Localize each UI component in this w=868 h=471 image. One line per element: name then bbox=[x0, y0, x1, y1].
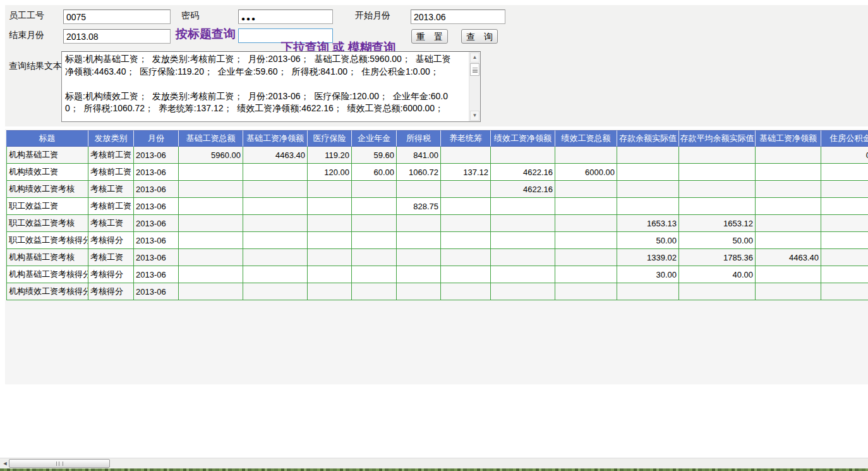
table-cell: 机构基础工资考核得分 bbox=[6, 266, 88, 283]
table-cell: 59.60 bbox=[352, 147, 397, 164]
table-cell bbox=[821, 164, 868, 181]
table-cell: 2013-06 bbox=[134, 181, 179, 198]
column-header[interactable]: 存款平均余额实际值 bbox=[679, 130, 756, 147]
table-cell bbox=[243, 164, 308, 181]
table-row[interactable]: 职工效益工资考核得分考核得分2013-0650.0050.00 bbox=[6, 232, 868, 249]
results-grid-area: 标题发放类别月份基础工资总额基础工资净领额医疗保险企业年金所得税养老统筹绩效工资… bbox=[5, 129, 868, 384]
table-header-row: 标题发放类别月份基础工资总额基础工资净领额医疗保险企业年金所得税养老统筹绩效工资… bbox=[6, 130, 868, 147]
table-cell bbox=[352, 181, 397, 198]
reset-button[interactable]: 重 置 bbox=[411, 29, 448, 44]
table-cell bbox=[617, 283, 679, 300]
table-cell: 4622.16 bbox=[491, 181, 555, 198]
password-input[interactable] bbox=[238, 9, 333, 24]
column-header[interactable]: 所得税 bbox=[397, 130, 441, 147]
table-cell bbox=[555, 249, 617, 266]
table-row[interactable]: 机构基础工资考核考核工资2013-061339.021785.364463.40 bbox=[6, 249, 868, 266]
result-scrollbar-thumb[interactable] bbox=[470, 63, 479, 76]
table-cell bbox=[555, 215, 617, 232]
table-row[interactable]: 机构绩效工资考核考核工资2013-064622.16 bbox=[6, 181, 868, 198]
table-cell bbox=[821, 232, 868, 249]
table-cell bbox=[441, 283, 491, 300]
table-row[interactable]: 机构基础工资考核得分考核得分2013-0630.0040.00 bbox=[6, 266, 868, 283]
table-row[interactable]: 职工效益工资考核考核工资2013-061653.131653.12 bbox=[6, 215, 868, 232]
column-header[interactable]: 医疗保险 bbox=[308, 130, 352, 147]
table-cell bbox=[821, 249, 868, 266]
table-cell bbox=[821, 283, 868, 300]
table-cell: 考核前工资 bbox=[88, 147, 134, 164]
table-cell bbox=[555, 198, 617, 215]
table-cell: 考核工资 bbox=[88, 181, 134, 198]
table-cell bbox=[179, 266, 243, 283]
result-vertical-scrollbar[interactable]: ▲ ▼ bbox=[469, 52, 480, 121]
table-cell bbox=[555, 232, 617, 249]
column-header[interactable]: 基础工资总额 bbox=[179, 130, 243, 147]
table-cell: 考核工资 bbox=[88, 215, 134, 232]
table-cell bbox=[179, 198, 243, 215]
table-cell bbox=[821, 181, 868, 198]
table-cell: 1653.12 bbox=[679, 215, 756, 232]
table-cell: 机构绩效工资考核 bbox=[6, 181, 88, 198]
table-cell: 50.00 bbox=[617, 232, 679, 249]
scroll-down-icon[interactable]: ▼ bbox=[470, 111, 479, 121]
column-header[interactable]: 存款余额实际值 bbox=[617, 130, 679, 147]
column-header[interactable]: 基础工资净领额 bbox=[756, 130, 821, 147]
table-cell bbox=[243, 215, 308, 232]
table-cell bbox=[756, 147, 821, 164]
table-cell bbox=[617, 164, 679, 181]
table-cell bbox=[179, 283, 243, 300]
end-month-input[interactable] bbox=[63, 29, 171, 44]
column-header[interactable]: 住房公积金1 bbox=[821, 130, 868, 147]
table-cell bbox=[179, 215, 243, 232]
table-cell: 137.12 bbox=[441, 164, 491, 181]
employee-id-label: 员工工号 bbox=[9, 10, 44, 21]
table-cell bbox=[491, 283, 555, 300]
table-cell bbox=[821, 266, 868, 283]
table-cell bbox=[756, 181, 821, 198]
table-cell: 2013-06 bbox=[134, 283, 179, 300]
table-cell bbox=[617, 181, 679, 198]
table-cell bbox=[491, 249, 555, 266]
scrollbar-grip-icon bbox=[473, 68, 478, 69]
query-button[interactable]: 查 询 bbox=[461, 29, 498, 44]
table-row[interactable]: 机构绩效工资考核前工资2013-06120.0060.001060.72137.… bbox=[6, 164, 868, 181]
column-header[interactable]: 基础工资净领额 bbox=[243, 130, 308, 147]
scroll-up-icon[interactable]: ▲ bbox=[470, 52, 479, 63]
table-cell bbox=[679, 164, 756, 181]
column-header[interactable]: 标题 bbox=[6, 130, 88, 147]
employee-id-input[interactable] bbox=[63, 9, 171, 24]
horizontal-scrollbar[interactable]: ◄ bbox=[0, 458, 868, 468]
result-textbox[interactable]: 标题:机构基础工资； 发放类别:考核前工资； 月份:2013-06； 基础工资总… bbox=[61, 51, 481, 122]
column-header[interactable]: 绩效工资净领额 bbox=[491, 130, 555, 147]
column-header[interactable]: 绩效工资总额 bbox=[555, 130, 617, 147]
horizontal-scrollbar-thumb[interactable] bbox=[9, 459, 110, 468]
table-cell: 841.00 bbox=[397, 147, 441, 164]
column-header[interactable]: 发放类别 bbox=[88, 130, 134, 147]
table-row[interactable]: 职工效益工资考核前工资2013-06828.75 bbox=[6, 198, 868, 215]
table-cell: 机构绩效工资 bbox=[6, 164, 88, 181]
table-cell: 4463.40 bbox=[756, 249, 821, 266]
table-cell bbox=[243, 266, 308, 283]
column-header[interactable]: 月份 bbox=[134, 130, 179, 147]
column-header[interactable]: 企业年金 bbox=[352, 130, 397, 147]
table-cell bbox=[679, 198, 756, 215]
table-cell bbox=[243, 198, 308, 215]
table-cell bbox=[756, 198, 821, 215]
table-row[interactable]: 机构绩效工资考核得分考核得分2013-06 bbox=[6, 283, 868, 300]
table-cell: 1339.02 bbox=[617, 249, 679, 266]
table-cell bbox=[179, 232, 243, 249]
column-header[interactable]: 养老统筹 bbox=[441, 130, 491, 147]
table-cell bbox=[352, 198, 397, 215]
start-month-label: 开始月份 bbox=[355, 10, 390, 21]
table-cell: 4622.16 bbox=[491, 164, 555, 181]
table-cell bbox=[352, 283, 397, 300]
table-cell bbox=[491, 232, 555, 249]
table-cell bbox=[679, 181, 756, 198]
table-cell: 4463.40 bbox=[243, 147, 308, 164]
table-cell bbox=[308, 181, 352, 198]
table-cell bbox=[555, 147, 617, 164]
table-cell bbox=[352, 266, 397, 283]
table-row[interactable]: 机构基础工资考核前工资2013-065960.004463.40119.2059… bbox=[6, 147, 868, 164]
table-cell bbox=[821, 215, 868, 232]
results-table: 标题发放类别月份基础工资总额基础工资净领额医疗保险企业年金所得税养老统筹绩效工资… bbox=[6, 130, 868, 300]
start-month-input[interactable] bbox=[411, 9, 505, 24]
